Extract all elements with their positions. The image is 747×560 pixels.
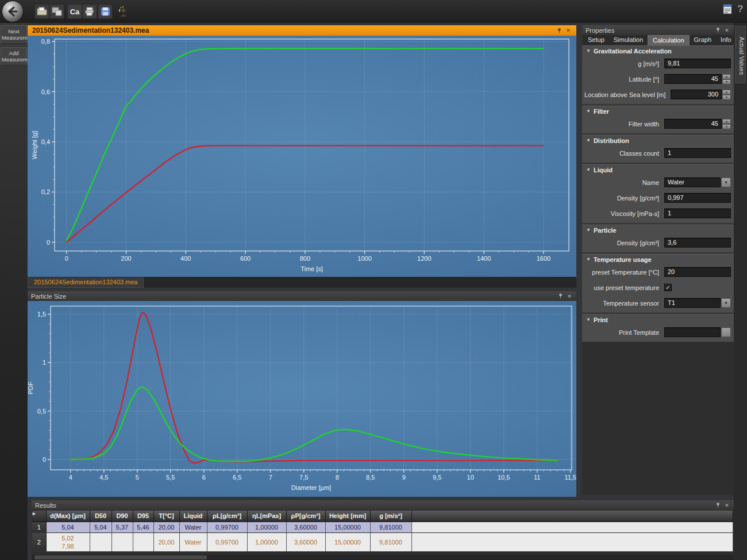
prop-input[interactable]: 45 bbox=[664, 74, 722, 84]
table-cell[interactable]: 5,46 bbox=[133, 522, 153, 532]
weight-chart-area[interactable]: 0200400600800100012001400160000,20,40,60… bbox=[28, 36, 576, 277]
section-header[interactable]: ▼Temperature usage bbox=[582, 254, 734, 264]
scrollbar-thumb[interactable] bbox=[34, 555, 207, 559]
column-header[interactable]: ρP[g/cm³] bbox=[286, 511, 325, 522]
properties-titlebar[interactable]: Properties ✕ bbox=[582, 25, 734, 35]
table-cell[interactable]: 0,99700 bbox=[207, 532, 247, 551]
pin-icon[interactable] bbox=[556, 27, 563, 34]
table-cell[interactable]: 1,00000 bbox=[247, 532, 286, 551]
prop-input[interactable]: 300 bbox=[671, 90, 722, 99]
table-cell[interactable] bbox=[111, 532, 133, 551]
section-header[interactable]: ▼Distribution bbox=[582, 136, 734, 145]
column-header[interactable]: ρL[g/cm³] bbox=[207, 511, 247, 522]
prop-input[interactable]: 20 bbox=[664, 267, 731, 277]
open-file-icon[interactable] bbox=[34, 4, 49, 19]
prop-input[interactable] bbox=[664, 327, 721, 337]
table-cell[interactable]: 3,60000 bbox=[286, 522, 325, 532]
table-row[interactable]: 15,045,045,375,4620,00Water0,997001,0000… bbox=[32, 522, 733, 532]
window-layout-icon[interactable] bbox=[49, 4, 64, 19]
next-measurement-button[interactable]: Next Measurement bbox=[1, 25, 27, 44]
column-header[interactable]: Liquid bbox=[179, 511, 207, 522]
actual-values-tab[interactable]: Actual Values bbox=[735, 26, 746, 83]
column-header[interactable]: ηL[mPas] bbox=[247, 511, 286, 522]
printer-icon[interactable] bbox=[82, 4, 97, 19]
table-cell[interactable]: Water bbox=[179, 522, 207, 532]
pin-icon[interactable] bbox=[714, 502, 721, 509]
table-cell[interactable]: 15,00000 bbox=[325, 522, 370, 532]
dropdown-button[interactable]: ▼ bbox=[721, 177, 731, 187]
tab-graph[interactable]: Graph bbox=[690, 35, 717, 45]
section-header[interactable]: ▼Liquid bbox=[582, 165, 734, 175]
tab-setup[interactable]: Setup bbox=[583, 35, 609, 45]
table-cell[interactable]: 5,37 bbox=[111, 522, 133, 532]
particle-size-titlebar[interactable]: Particle Size ✕ bbox=[28, 291, 576, 301]
row-number[interactable]: 1 bbox=[32, 522, 46, 532]
measurement-titlebar[interactable]: 20150624Sedimentation132403.mea ✕ bbox=[28, 25, 576, 36]
table-cell[interactable]: 5,04 bbox=[90, 522, 111, 532]
spin-down-button[interactable]: ▼ bbox=[722, 95, 731, 100]
column-header[interactable]: D50 bbox=[90, 511, 111, 522]
calculation-icon[interactable]: Ca bbox=[67, 4, 82, 19]
table-cell[interactable] bbox=[133, 532, 153, 551]
tab-simulation[interactable]: Simulation bbox=[609, 35, 648, 45]
column-header[interactable]: Height [mm] bbox=[325, 511, 370, 522]
checkbox[interactable]: ✓ bbox=[664, 284, 672, 291]
prop-input[interactable]: 9,81 bbox=[664, 59, 731, 68]
add-measurement-button[interactable]: Add Measurement bbox=[1, 47, 27, 65]
close-icon[interactable]: ✕ bbox=[565, 27, 572, 34]
table-cell[interactable]: 3,60000 bbox=[286, 532, 325, 551]
table-cell[interactable]: 20,00 bbox=[153, 532, 179, 551]
spin-up-button[interactable]: ▲ bbox=[722, 119, 731, 124]
column-header[interactable]: D95 bbox=[133, 511, 153, 522]
table-cell[interactable]: 9,81000 bbox=[370, 522, 411, 532]
table-cell[interactable]: 9,81000 bbox=[370, 532, 411, 551]
table-cell[interactable]: 5,04 bbox=[46, 522, 90, 532]
close-icon[interactable]: ✕ bbox=[723, 27, 730, 34]
prop-input[interactable]: 45 bbox=[664, 119, 722, 129]
particle-size-chart-area[interactable]: 44,555,566,577,588,599,51010,51111,500,5… bbox=[28, 301, 576, 497]
spin-up-button[interactable]: ▲ bbox=[722, 90, 731, 95]
browse-button[interactable] bbox=[721, 327, 731, 337]
column-header[interactable]: d(Max) [µm] bbox=[46, 511, 90, 522]
table-cell[interactable] bbox=[90, 532, 111, 551]
horizontal-scrollbar[interactable] bbox=[32, 555, 734, 560]
close-icon[interactable]: ✕ bbox=[566, 293, 573, 300]
document-tab[interactable]: 20150624Sedimentation132403.mea bbox=[28, 277, 144, 288]
prop-input[interactable]: 1 bbox=[664, 208, 731, 218]
table-cell[interactable]: 15,00000 bbox=[325, 532, 370, 551]
row-number[interactable]: 2 bbox=[32, 532, 46, 551]
prop-input[interactable]: 3,6 bbox=[664, 238, 731, 248]
table-cell[interactable]: 0,99700 bbox=[207, 522, 247, 532]
section-header[interactable]: ▼Print bbox=[582, 315, 734, 325]
table-cell[interactable]: 20,00 bbox=[153, 522, 179, 532]
help-icon[interactable]: ? bbox=[737, 3, 746, 17]
dropdown-button[interactable]: ▼ bbox=[721, 298, 731, 308]
column-header[interactable]: T[°C] bbox=[153, 511, 179, 522]
wizard-icon[interactable] bbox=[115, 4, 130, 19]
pdf-diameter-chart[interactable]: 44,555,566,577,588,599,51010,51111,500,5… bbox=[28, 301, 576, 497]
table-row[interactable]: 25,02 7,9820,00Water0,997001,000003,6000… bbox=[32, 532, 733, 551]
tab-calculation[interactable]: Calculation bbox=[648, 35, 689, 45]
section-header[interactable]: ▼Filter bbox=[582, 106, 734, 116]
spin-up-button[interactable]: ▲ bbox=[722, 74, 731, 79]
pin-icon[interactable] bbox=[557, 293, 564, 300]
prop-input[interactable]: 1 bbox=[664, 148, 731, 158]
prop-input[interactable]: 0,997 bbox=[664, 193, 731, 203]
tab-info[interactable]: Info bbox=[716, 35, 736, 45]
spin-down-button[interactable]: ▼ bbox=[722, 79, 731, 84]
save-icon[interactable] bbox=[98, 4, 113, 19]
prop-input[interactable]: Water bbox=[664, 177, 721, 187]
table-cell[interactable]: 1,00000 bbox=[247, 522, 286, 532]
results-titlebar[interactable]: Results ✕ bbox=[32, 500, 734, 510]
spin-down-button[interactable]: ▼ bbox=[722, 124, 731, 129]
column-header[interactable]: D90 bbox=[111, 511, 133, 522]
table-cell[interactable]: Water bbox=[179, 532, 207, 551]
section-header[interactable]: ▼Particle bbox=[582, 225, 734, 235]
report-icon[interactable] bbox=[723, 3, 733, 16]
weight-time-chart[interactable]: 0200400600800100012001400160000,20,40,60… bbox=[28, 36, 576, 277]
prop-input[interactable]: T1 bbox=[664, 298, 721, 308]
pin-icon[interactable] bbox=[714, 27, 721, 34]
column-header[interactable]: g [m/s²] bbox=[370, 511, 411, 522]
section-header[interactable]: ▼Gravitational Acceleration bbox=[582, 46, 734, 56]
table-cell[interactable]: 5,02 7,98 bbox=[46, 532, 90, 551]
